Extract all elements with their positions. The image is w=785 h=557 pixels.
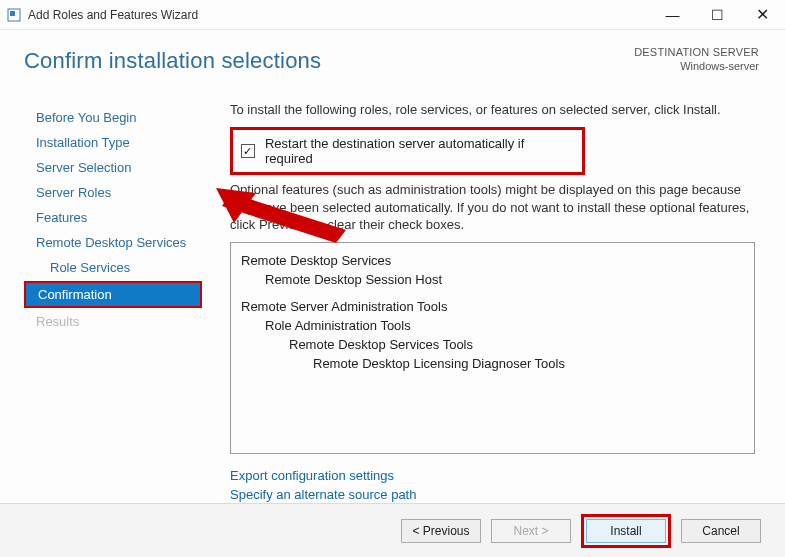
- svg-rect-1: [10, 11, 15, 16]
- destination-server-label: DESTINATION SERVER: [634, 46, 759, 60]
- feature-item: Remote Desktop Services: [241, 251, 744, 270]
- feature-item: Remote Server Administration Tools: [241, 297, 744, 316]
- install-button-highlight: Install: [581, 514, 671, 548]
- feature-item: Remote Desktop Services Tools: [241, 335, 744, 354]
- links-block: Export configuration settings Specify an…: [230, 466, 755, 504]
- nav-role-services[interactable]: Role Services: [24, 256, 202, 279]
- restart-checkbox-highlight: ✓ Restart the destination server automat…: [230, 127, 585, 175]
- window-controls: — ☐ ✕: [650, 0, 785, 29]
- feature-item: Remote Desktop Session Host: [241, 270, 744, 289]
- restart-checkbox-label: Restart the destination server automatic…: [265, 136, 574, 166]
- intro-text: To install the following roles, role ser…: [230, 102, 755, 117]
- content-area: Confirm installation selections DESTINAT…: [0, 30, 785, 503]
- nav-features[interactable]: Features: [24, 206, 202, 229]
- feature-item: Role Administration Tools: [241, 316, 744, 335]
- wizard-footer: < Previous Next > Install Cancel: [0, 503, 785, 557]
- alternate-source-link[interactable]: Specify an alternate source path: [230, 485, 755, 504]
- titlebar: Add Roles and Features Wizard — ☐ ✕: [0, 0, 785, 30]
- optional-features-text: Optional features (such as administratio…: [230, 181, 755, 234]
- window-title: Add Roles and Features Wizard: [28, 8, 650, 22]
- minimize-button[interactable]: —: [650, 0, 695, 29]
- feature-group: Remote Desktop Services Remote Desktop S…: [241, 251, 744, 289]
- nav-server-roles[interactable]: Server Roles: [24, 181, 202, 204]
- destination-server-block: DESTINATION SERVER Windows-server: [634, 46, 759, 74]
- close-button[interactable]: ✕: [740, 0, 785, 29]
- app-icon: [6, 7, 22, 23]
- wizard-nav: Before You Begin Installation Type Serve…: [24, 102, 202, 493]
- restart-checkbox[interactable]: ✓: [241, 144, 255, 158]
- feature-item: Remote Desktop Licensing Diagnoser Tools: [241, 354, 744, 373]
- nav-server-selection[interactable]: Server Selection: [24, 156, 202, 179]
- features-list: Remote Desktop Services Remote Desktop S…: [230, 242, 755, 454]
- previous-button[interactable]: < Previous: [401, 519, 481, 543]
- nav-confirmation[interactable]: Confirmation: [26, 283, 200, 306]
- nav-installation-type[interactable]: Installation Type: [24, 131, 202, 154]
- nav-results: Results: [24, 310, 202, 333]
- next-button: Next >: [491, 519, 571, 543]
- maximize-button[interactable]: ☐: [695, 0, 740, 29]
- destination-server-value: Windows-server: [634, 60, 759, 74]
- main-panel: To install the following roles, role ser…: [202, 102, 761, 493]
- nav-remote-desktop-services[interactable]: Remote Desktop Services: [24, 231, 202, 254]
- cancel-button[interactable]: Cancel: [681, 519, 761, 543]
- install-button[interactable]: Install: [586, 519, 666, 543]
- checkmark-icon: ✓: [243, 146, 252, 157]
- export-config-link[interactable]: Export configuration settings: [230, 466, 755, 485]
- nav-before-you-begin[interactable]: Before You Begin: [24, 106, 202, 129]
- feature-group: Remote Server Administration Tools Role …: [241, 297, 744, 373]
- nav-confirmation-highlight: Confirmation: [24, 281, 202, 308]
